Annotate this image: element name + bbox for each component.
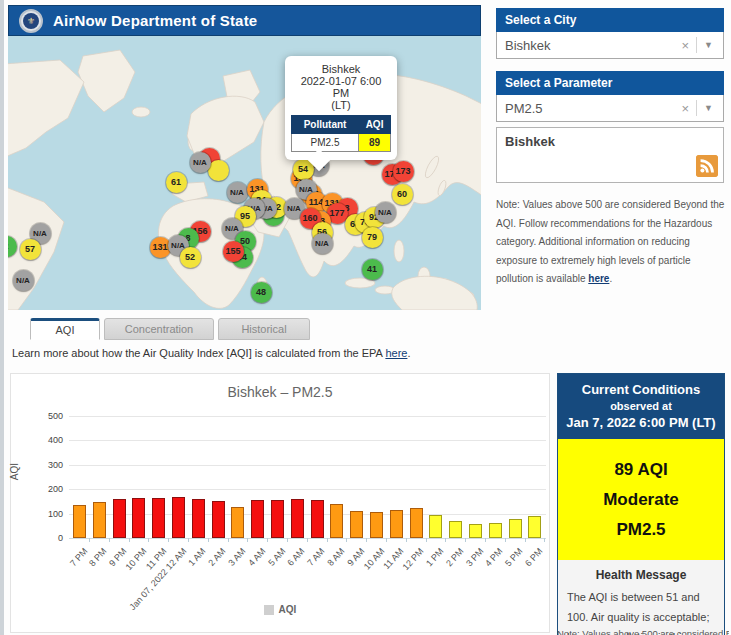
aqi-bar — [509, 519, 522, 538]
aqi-bar — [410, 508, 423, 538]
city-clear-icon[interactable]: × — [674, 38, 696, 53]
cc-observed-at: observed at — [564, 400, 718, 412]
aqi-map-marker[interactable]: 173 — [393, 161, 414, 182]
aqi-bar — [291, 499, 304, 538]
x-tick-mark — [406, 538, 407, 542]
learn-more-prefix: Learn more about how the Air Quality Ind… — [12, 347, 385, 359]
y-axis-label: AQI — [9, 442, 20, 502]
aqi-map-marker[interactable]: N/A — [13, 270, 34, 291]
popup-col-aqi: AQI — [359, 116, 391, 134]
aqi-bar — [192, 499, 205, 538]
parameter-chevron-down-icon[interactable]: ▼ — [697, 103, 715, 113]
aqi-map-marker[interactable]: 41 — [362, 259, 383, 280]
parameter-clear-icon[interactable]: × — [674, 101, 696, 116]
y-tick-label: 200 — [37, 484, 63, 494]
cc-aqi-block: 89 AQI Moderate PM2.5 — [558, 439, 724, 560]
x-tick-mark — [129, 538, 130, 542]
x-tick-mark — [485, 538, 486, 542]
aqi-bar — [489, 523, 502, 538]
x-tick-mark — [544, 538, 545, 542]
city-select[interactable]: Bishkek × ▼ — [496, 32, 724, 59]
cc-title: Current Conditions — [564, 382, 718, 397]
state-department-seal-icon: ⚜ — [19, 9, 43, 33]
x-tick-mark — [89, 538, 90, 542]
x-tick-mark — [327, 538, 328, 542]
aqi-bar — [469, 524, 482, 538]
cc-health-section: Health Message The AQI is between 51 and… — [558, 560, 724, 635]
aqi-map-marker[interactable]: N/A — [227, 182, 248, 203]
y-tick-label: 300 — [37, 460, 63, 470]
city-select-value: Bishkek — [505, 38, 674, 53]
learn-more-period: . — [407, 347, 410, 359]
gridline — [69, 440, 546, 441]
gridline — [69, 489, 546, 490]
aqi-bar — [370, 512, 383, 538]
aqi-bar — [152, 498, 165, 538]
note-text: Note: Values above 500 are considered Be… — [496, 199, 724, 284]
city-chevron-down-icon[interactable]: ▼ — [697, 40, 715, 50]
select-city-header: Select a City — [496, 8, 724, 32]
feed-box: Bishkek — [496, 127, 724, 183]
current-conditions-panel: Current Conditions observed at Jan 7, 20… — [557, 373, 725, 635]
rss-icon[interactable] — [696, 155, 718, 177]
chart-title: Bishkek – PM2.5 — [11, 384, 549, 400]
aqi-bar — [251, 500, 264, 538]
cc-aqi-category: Moderate — [564, 485, 718, 515]
tab-aqi[interactable]: AQI — [30, 318, 100, 340]
x-tick-mark — [426, 538, 427, 542]
window-edge — [0, 0, 4, 635]
aqi-map-marker[interactable]: N/A — [375, 202, 396, 223]
app-header: ⚜ AirNow Department of State — [8, 5, 481, 36]
aqi-map-marker[interactable]: 48 — [251, 282, 272, 303]
x-tick-mark — [386, 538, 387, 542]
x-tick-mark — [505, 538, 506, 542]
sidebar-note: Note: Values above 500 are considered Be… — [496, 196, 726, 289]
aqi-bar — [172, 497, 185, 538]
gridline — [69, 465, 546, 466]
aqi-map-marker[interactable]: N/A — [312, 233, 333, 254]
gridline — [69, 416, 546, 417]
x-tick-mark — [465, 538, 466, 542]
aqi-map-marker[interactable]: 60 — [392, 184, 413, 205]
aqi-bar — [390, 510, 403, 538]
aqi-chart-panel: Bishkek – PM2.5 AQI AQI 0100200300400500… — [10, 373, 550, 633]
aqi-bar — [449, 521, 462, 538]
cc-pollutant: PM2.5 — [564, 515, 718, 545]
aqi-map-marker[interactable]: 52 — [180, 247, 201, 268]
aqi-bar — [113, 499, 126, 538]
x-tick-mark — [109, 538, 110, 542]
x-tick-mark — [228, 538, 229, 542]
current-conditions-header: Current Conditions observed at Jan 7, 20… — [558, 374, 724, 439]
aqi-map-marker[interactable]: 155 — [223, 241, 244, 262]
aqi-bar — [429, 515, 442, 538]
x-tick-mark — [287, 538, 288, 542]
aqi-bar — [73, 505, 86, 538]
aqi-map-marker[interactable]: 61 — [166, 172, 187, 193]
aqi-bar — [271, 500, 284, 538]
note-here-link[interactable]: here — [588, 273, 609, 284]
note-period: . — [609, 273, 612, 284]
x-tick-mark — [168, 538, 169, 542]
parameter-select[interactable]: PM2.5 × ▼ — [496, 95, 724, 122]
y-tick-label: 0 — [37, 533, 63, 543]
aqi-map-marker[interactable]: N/A — [190, 152, 211, 173]
x-tick-mark — [267, 538, 268, 542]
tab-historical[interactable]: Historical — [218, 318, 310, 340]
x-tick-mark — [525, 538, 526, 542]
x-tick-mark — [346, 538, 347, 542]
tab-concentration[interactable]: Concentration — [104, 318, 214, 340]
aqi-bar — [350, 511, 363, 538]
x-tick-mark — [208, 538, 209, 542]
aqi-map-marker[interactable]: 79 — [362, 227, 383, 248]
world-aqi-map[interactable]: 2N/A57N/AN/A61N/A1318452N/AN/A95N/A15681… — [8, 36, 481, 310]
learn-more-here-link[interactable]: here — [385, 347, 407, 359]
learn-more-text: Learn more about how the Air Quality Ind… — [12, 347, 410, 359]
cc-aqi-value: 89 AQI — [564, 455, 718, 485]
aqi-map-marker[interactable] — [208, 160, 229, 181]
cc-datetime: Jan 7, 2022 6:00 PM (LT) — [564, 415, 718, 430]
y-tick-label: 500 — [37, 411, 63, 421]
x-tick-mark — [188, 538, 189, 542]
aqi-map-marker[interactable]: 57 — [20, 239, 41, 260]
x-tick-mark — [307, 538, 308, 542]
x-tick-mark — [148, 538, 149, 542]
